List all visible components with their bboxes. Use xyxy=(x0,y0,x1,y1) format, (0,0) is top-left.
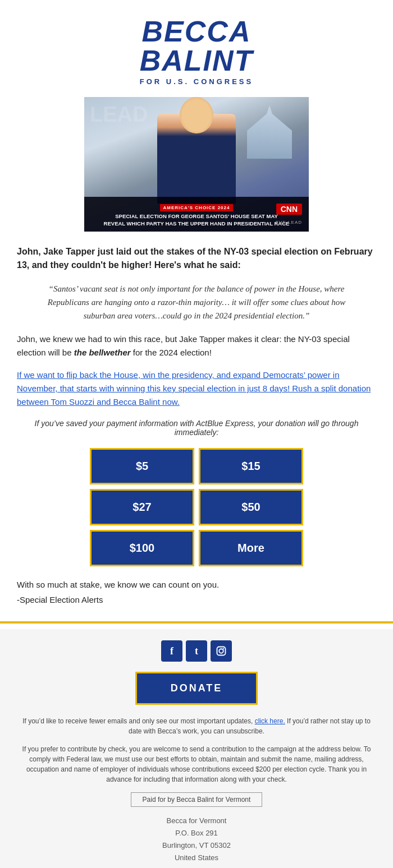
donate-big-button[interactable]: DONATE xyxy=(135,672,258,705)
social-footer: f t DONATE If you’d like to receive fewe… xyxy=(0,629,393,868)
cnn-network-badge: CNN xyxy=(276,204,302,215)
paid-for-disclosure: Paid for by Becca Balint for Vermont xyxy=(131,792,263,807)
bellwether-text: the bellwether xyxy=(74,348,131,357)
social-icons-group: f t xyxy=(11,640,382,662)
body-paragraph-1: John, we knew we had to win this race, b… xyxy=(17,333,376,359)
gold-divider xyxy=(0,621,393,624)
actblue-note: If you’ve saved your payment information… xyxy=(17,419,376,437)
closing-text: With so much at stake, we know we can co… xyxy=(17,580,376,589)
donate-15-button[interactable]: $15 xyxy=(199,448,303,484)
cnn-anchor-head xyxy=(180,97,213,133)
instagram-icon[interactable] xyxy=(211,640,232,662)
cnn-lead-bg-text: LEAD xyxy=(90,103,148,127)
body1-post-text: for the 2024 election! xyxy=(131,348,212,357)
cnn-anchor-body xyxy=(157,114,236,204)
logo-line1: BECCA xyxy=(11,17,382,46)
cnn-headline: SPECIAL ELECTION FOR GEORGE SANTOS' HOUS… xyxy=(90,213,303,227)
donate-more-button[interactable]: More xyxy=(199,530,303,566)
logo-line2: BALINT xyxy=(11,46,382,75)
donate-100-button[interactable]: $100 xyxy=(90,530,194,566)
quote-block: “Santos’ vacant seat is not only importa… xyxy=(34,282,359,322)
instagram-svg xyxy=(216,646,226,656)
cnn-choice-badge: AMERICA'S CHOICE 2024 xyxy=(160,204,234,211)
cta-donation-link[interactable]: If we want to flip back the House, win t… xyxy=(17,368,376,409)
twitter-icon[interactable]: t xyxy=(186,640,207,662)
footer-reduce-emails: If you’d like to receive fewer emails an… xyxy=(11,716,382,736)
cnn-lower-third: AMERICA'S CHOICE 2024 SPECIAL ELECTION F… xyxy=(84,197,309,232)
logo-subtitle: FOR U.S. CONGRESS xyxy=(11,77,382,86)
svg-rect-0 xyxy=(217,647,226,655)
main-content: John, Jake Tapper just laid out the stak… xyxy=(0,245,393,604)
donation-grid: $5 $15 $27 $50 $100 More xyxy=(90,448,303,566)
donate-5-button[interactable]: $5 xyxy=(90,448,194,484)
cnn-screenshot: LEAD AMERICA'S CHOICE 2024 SPECIAL ELECT… xyxy=(84,97,309,232)
donate-50-button[interactable]: $50 xyxy=(199,489,303,525)
logo: BECCA BALINT xyxy=(11,17,382,75)
signature: -Special Election Alerts xyxy=(17,595,376,604)
facebook-icon[interactable]: f xyxy=(161,640,182,662)
donate-27-button[interactable]: $27 xyxy=(90,489,194,525)
svg-point-2 xyxy=(223,648,224,649)
po-box: P.O. Box 291 xyxy=(11,827,382,839)
click-here-link[interactable]: click here. xyxy=(255,717,285,725)
page-header: BECCA BALINT FOR U.S. CONGRESS xyxy=(0,0,393,97)
country: United States xyxy=(11,852,382,864)
address-block: Becca for Vermont P.O. Box 291 Burlingto… xyxy=(11,815,382,864)
svg-point-1 xyxy=(219,649,223,653)
footer-check-text: If you prefer to contribute by check, yo… xyxy=(11,744,382,784)
cnn-show-label: THE LEAD xyxy=(276,220,302,225)
city-state: Burlington, VT 05302 xyxy=(11,839,382,852)
intro-paragraph: John, Jake Tapper just laid out the stak… xyxy=(17,245,376,272)
org-name: Becca for Vermont xyxy=(11,815,382,827)
cnn-image-wrapper: LEAD AMERICA'S CHOICE 2024 SPECIAL ELECT… xyxy=(0,97,393,234)
